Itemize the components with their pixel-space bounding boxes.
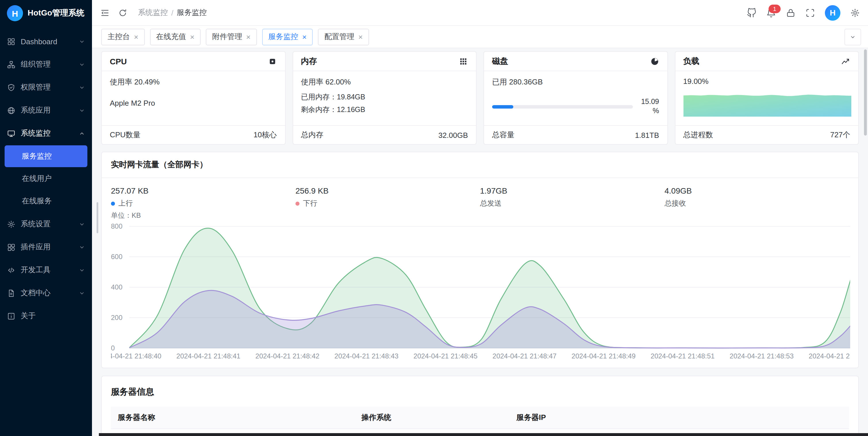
column-header-os: 操作系统 [354,407,509,429]
svg-text:400: 400 [111,283,122,291]
traffic-card-title: 实时网卡流量（全部网卡） [102,152,858,178]
card-title: 内存 [301,56,317,66]
collapse-menu-icon[interactable] [100,8,110,18]
settings-gear-icon[interactable] [850,8,860,18]
close-icon[interactable]: × [302,33,307,40]
tab-actions-dropdown[interactable] [844,28,861,45]
app-logo[interactable]: H HotGo管理系统 [0,0,92,26]
svg-text:600: 600 [111,253,122,261]
stat-value: 256.9 KB [296,186,480,195]
svg-text:0: 0 [111,344,115,352]
memory-used-text: 已用内存：19.84GB [301,93,468,102]
tab-home[interactable]: 主控台 × [101,28,145,45]
dashboard-icon [7,37,16,46]
load-footer-value: 727个 [830,130,850,140]
tab-config[interactable]: 配置管理 × [318,28,369,45]
sidebar-item-system-apps[interactable]: 系统应用 [0,99,92,122]
sidebar-item-dev-tools[interactable]: 开发工具 [0,259,92,281]
svg-text:2024-04-21 21:48:49: 2024-04-21 21:48:49 [572,352,636,360]
code-icon [7,266,16,274]
chevron-up-icon [79,130,85,136]
sidebar-subitem-online-services[interactable]: 在线服务 [5,190,87,212]
svg-text:2024-04-21 21:48:41: 2024-04-21 21:48:41 [177,352,241,360]
svg-text:2024-04-21 21:48:47: 2024-04-21 21:48:47 [493,352,557,360]
close-icon[interactable]: × [359,33,363,40]
sidebar-item-label: 组织管理 [21,59,73,69]
load-percent-text: 19.00% [683,77,850,86]
stat-label: 上行 [118,199,133,208]
stat-label: 总发送 [480,199,501,208]
stat-value: 257.07 KB [111,186,296,195]
tab-attachment[interactable]: 附件管理 × [206,28,257,45]
svg-text:2024-04-21 21:48:51: 2024-04-21 21:48:51 [651,352,715,360]
gear-icon [7,220,16,228]
memory-footer-value: 32.00GB [438,131,468,139]
sidebar-item-system-monitor[interactable]: 系统监控 [0,122,92,145]
table-header-row: 服务器名称 操作系统 服务器IP [111,407,849,429]
stat-label: 总接收 [664,199,686,208]
sidebar-item-permission[interactable]: 权限管理 [0,76,92,99]
notifications-button[interactable]: 1 [766,8,776,18]
trend-line-icon [841,57,850,66]
svg-text:800: 800 [111,222,122,230]
chevron-down-icon [79,290,85,296]
disk-footer-value: 1.81TB [635,131,659,139]
tab-online-recharge[interactable]: 在线充值 × [150,28,200,45]
legend-dot-down [296,202,300,206]
bottom-dark-strip [99,433,868,436]
github-icon[interactable] [747,8,756,18]
tab-label: 配置管理 [324,32,354,42]
notification-badge: 1 [769,4,781,13]
stat-value: 4.09GB [664,186,849,195]
user-avatar[interactable]: H [825,5,840,21]
sidebar-item-docs[interactable]: 文档中心 [0,281,92,304]
sidebar-item-label: 开发工具 [21,265,73,275]
breadcrumb-item-current[interactable]: 服务监控 [177,7,207,18]
close-icon[interactable]: × [246,33,250,40]
breadcrumb: 系统监控 / 服务监控 [138,7,207,18]
memory-free-text: 剩余内存：12.16GB [301,105,468,115]
chevron-down-icon [79,84,85,91]
sidebar-item-label: 系统应用 [21,105,73,115]
chevron-down-icon [849,34,856,40]
disk-card: 磁盘 已用 280.36GB 15.09 % 总容量 [484,51,668,145]
sidebar-item-org[interactable]: 组织管理 [0,53,92,76]
close-icon[interactable]: × [134,33,138,40]
vertical-scrollbar-thumb[interactable] [864,49,867,136]
sidebar-subitem-service-monitor[interactable]: 服务监控 [5,145,87,167]
sidebar-item-system-settings[interactable]: 系统设置 [0,212,92,236]
breadcrumb-item[interactable]: 系统监控 [138,7,168,18]
sidebar-subitem-label: 在线用户 [22,173,52,184]
stat-total-sent: 1.97GB 总发送 [480,186,664,208]
sidebar-item-about[interactable]: 关于 [0,304,92,328]
sidebar-item-label: 文档中心 [21,288,73,298]
memory-grid-icon [459,57,468,66]
refresh-icon[interactable] [118,8,128,18]
main-area: 系统监控 / 服务监控 1 H [92,0,868,436]
content-scrollbar-thumb[interactable] [97,202,98,233]
sidebar-menu: Dashboard 组织管理 权限管理 系统应用 系统监控 [0,26,92,436]
chevron-down-icon [79,221,85,227]
cpu-footer-label: CPU数量 [110,130,141,140]
tab-label: 附件管理 [212,32,242,42]
svg-text:2024-04-21 21:48:40: 2024-04-21 21:48:40 [111,352,161,360]
tab-service-monitor[interactable]: 服务监控 × [262,28,313,45]
sidebar-item-label: 系统设置 [21,219,73,229]
tab-label: 服务监控 [269,32,298,42]
sidebar-item-label: 关于 [21,311,85,321]
stat-label: 下行 [303,199,317,208]
memory-usage-text: 使用率 62.00% [301,77,468,87]
fullscreen-icon[interactable] [805,8,815,18]
chevron-down-icon [79,267,85,273]
lock-screen-icon[interactable] [786,8,796,18]
sidebar-item-plugins[interactable]: 插件应用 [0,236,92,259]
svg-text:2024-04-21 21:48:55: 2024-04-21 21:48:55 [809,352,850,360]
traffic-chart-area: 单位：KB 02004006008002024-04-21 21:48:4020… [102,208,858,368]
close-icon[interactable]: × [190,33,194,40]
svg-text:2024-04-21 21:48:42: 2024-04-21 21:48:42 [255,352,320,360]
app-title: HotGo管理系统 [28,8,85,19]
sidebar-subitem-online-users[interactable]: 在线用户 [5,168,87,190]
sidebar-item-dashboard[interactable]: Dashboard [0,30,92,53]
cpu-card: CPU 使用率 20.49% Apple M2 Pro CPU数量 10核心 [101,51,285,145]
sidebar-item-label: 插件应用 [21,242,73,252]
